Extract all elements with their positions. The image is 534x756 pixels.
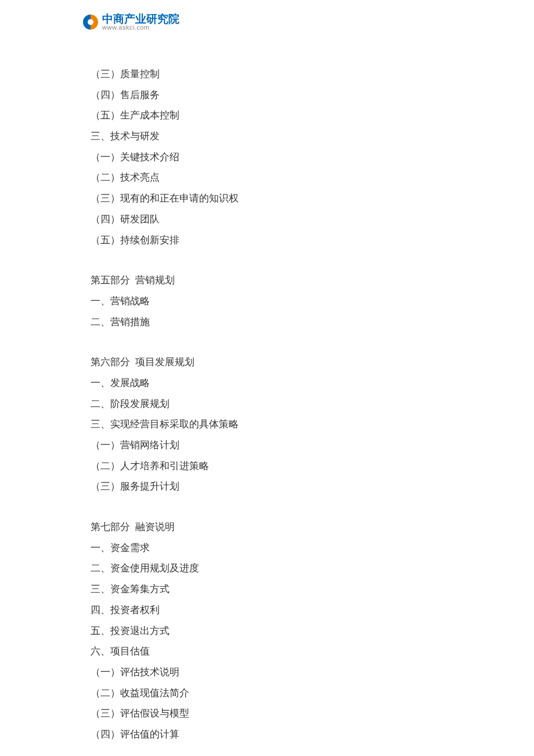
document-content: （三）质量控制 （四）售后服务 （五）生产成本控制 三、技术与研发 （一）关键技… [91,64,450,745]
toc-item: （三）质量控制 [91,64,450,85]
logo: 中商产业研究院 www.askci.com [81,13,179,31]
toc-item: （四）售后服务 [91,85,450,106]
toc-item: 一、发展战略 [91,373,450,394]
toc-item: 一、资金需求 [91,538,450,559]
logo-text: 中商产业研究院 www.askci.com [102,13,179,31]
section-title: 第七部分 融资说明 [91,517,450,538]
logo-title: 中商产业研究院 [102,13,179,24]
logo-icon [81,13,100,31]
svg-point-0 [88,19,93,25]
logo-subtitle: www.askci.com [102,24,179,31]
toc-item: （二）人才培养和引进策略 [91,456,450,477]
toc-item: 四、投资者权利 [91,600,450,621]
toc-item: （三）服务提升计划 [91,476,450,497]
toc-item: （五）持续创新安排 [91,230,450,251]
toc-item: （五）生产成本控制 [91,105,450,126]
toc-item: 三、实现经营目标采取的具体策略 [91,414,450,435]
section-title: 第五部分 营销规划 [91,270,450,291]
toc-item: 二、营销措施 [91,312,450,333]
section-title: 第六部分 项目发展规划 [91,352,450,373]
toc-item: 二、资金使用规划及进度 [91,558,450,579]
toc-item: （三）评估假设与模型 [91,703,450,724]
toc-item: 五、投资退出方式 [91,621,450,642]
toc-item: （二）收益现值法简介 [91,683,450,704]
toc-item: （一）营销网络计划 [91,435,450,456]
toc-item: 二、阶段发展规划 [91,394,450,415]
toc-item: （一）关键技术介绍 [91,147,450,168]
toc-item: （四）研发团队 [91,209,450,230]
toc-item: 一、营销战略 [91,291,450,312]
toc-item: 三、技术与研发 [91,126,450,147]
toc-item: （三）现有的和正在申请的知识权 [91,188,450,209]
toc-item: 三、资金筹集方式 [91,579,450,600]
toc-item: （四）评估值的计算 [91,724,450,745]
toc-item: （二）技术亮点 [91,167,450,188]
toc-item: （一）评估技术说明 [91,662,450,683]
toc-item: 六、项目估值 [91,641,450,662]
